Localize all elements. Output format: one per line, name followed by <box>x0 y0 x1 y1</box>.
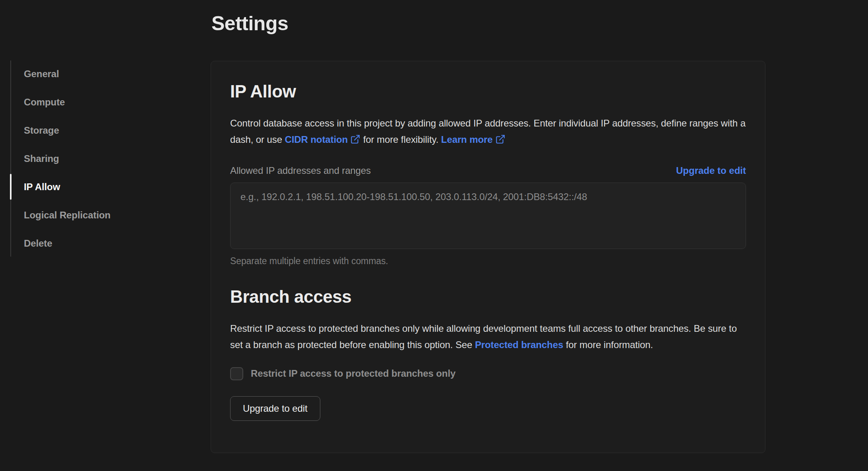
sidebar-item-delete[interactable]: Delete <box>10 229 177 257</box>
cidr-notation-link[interactable]: CIDR notation <box>285 134 360 145</box>
page-title: Settings <box>211 12 288 35</box>
ip-allow-heading: IP Allow <box>230 81 746 102</box>
learn-more-link-label: Learn more <box>441 134 493 145</box>
ip-allow-settings-card: IP Allow Control database access in this… <box>211 61 765 453</box>
branch-access-description: Restrict IP access to protected branches… <box>230 320 746 353</box>
upgrade-to-edit-button[interactable]: Upgrade to edit <box>230 396 320 421</box>
allowed-ips-label: Allowed IP addresses and ranges <box>230 165 371 176</box>
sidebar-item-sharing[interactable]: Sharing <box>10 144 177 173</box>
allowed-ips-textarea[interactable] <box>230 183 746 249</box>
branch-access-description-text-2: for more information. <box>566 339 653 350</box>
upgrade-to-edit-link[interactable]: Upgrade to edit <box>676 165 746 176</box>
settings-sidebar: General Compute Storage Sharing IP Allow… <box>10 60 177 257</box>
allowed-ips-field-row: Allowed IP addresses and ranges Upgrade … <box>230 165 746 176</box>
protected-branches-link[interactable]: Protected branches <box>475 339 563 350</box>
branch-access-heading: Branch access <box>230 286 746 308</box>
restrict-ip-checkbox[interactable] <box>230 367 243 380</box>
learn-more-link[interactable]: Learn more <box>441 134 506 145</box>
sidebar-item-ip-allow[interactable]: IP Allow <box>10 173 177 201</box>
sidebar-item-storage[interactable]: Storage <box>10 116 177 144</box>
external-link-icon <box>350 134 360 144</box>
cidr-notation-link-label: CIDR notation <box>285 134 348 145</box>
ip-allow-description-text-2: for more flexibility. <box>363 134 439 145</box>
restrict-ip-checkbox-label: Restrict IP access to protected branches… <box>251 368 455 379</box>
ip-allow-description: Control database access in this project … <box>230 115 746 148</box>
allowed-ips-helper-text: Separate multiple entries with commas. <box>230 256 746 267</box>
external-link-icon <box>495 134 506 144</box>
sidebar-item-logical-replication[interactable]: Logical Replication <box>10 201 177 229</box>
sidebar-item-compute[interactable]: Compute <box>10 88 177 116</box>
restrict-ip-checkbox-row: Restrict IP access to protected branches… <box>230 367 746 380</box>
sidebar-item-general[interactable]: General <box>10 60 177 88</box>
